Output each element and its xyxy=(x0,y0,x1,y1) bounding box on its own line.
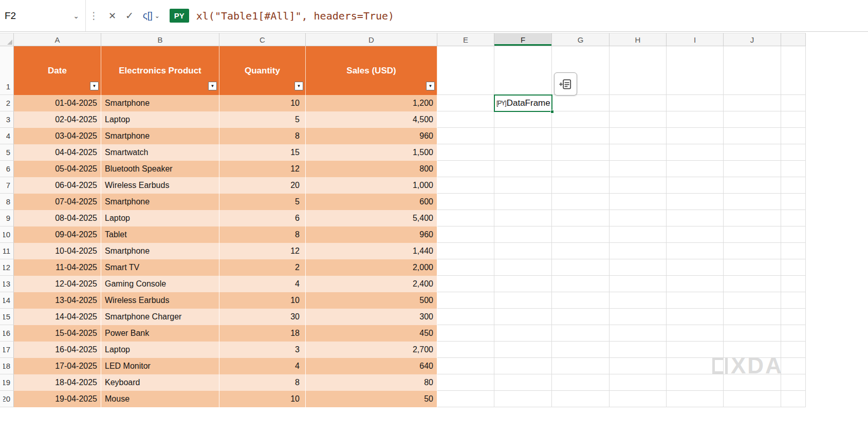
cell-G19[interactable] xyxy=(552,374,610,391)
cell-C18[interactable]: 4 xyxy=(219,358,306,374)
cell-C16[interactable]: 18 xyxy=(219,325,306,342)
cell-D13[interactable]: 2,400 xyxy=(306,276,437,292)
cell-B12[interactable]: Smart TV xyxy=(101,259,219,276)
cell-E13[interactable] xyxy=(437,276,494,292)
cell-J4[interactable] xyxy=(724,128,781,144)
cell-G12[interactable] xyxy=(552,259,610,276)
row-number-1[interactable]: 1 xyxy=(0,46,14,95)
cell-G8[interactable] xyxy=(552,194,610,210)
cell-F16[interactable] xyxy=(494,325,552,342)
cell-A10[interactable]: 09-04-2025 xyxy=(14,226,101,243)
row-number-13[interactable]: 13 xyxy=(0,276,14,292)
cell-J19[interactable] xyxy=(724,374,781,391)
cell-H5[interactable] xyxy=(610,144,667,161)
cell-C10[interactable]: 8 xyxy=(219,226,306,243)
cell-F5[interactable] xyxy=(494,144,552,161)
cell-K16[interactable] xyxy=(781,325,806,342)
cell-K7[interactable] xyxy=(781,177,806,194)
cell-I20[interactable] xyxy=(667,391,724,407)
cell-G9[interactable] xyxy=(552,210,610,226)
cell-D2[interactable]: 1,200 xyxy=(306,95,437,111)
cell-D16[interactable]: 450 xyxy=(306,325,437,342)
cell-B9[interactable]: Laptop xyxy=(101,210,219,226)
cell-H6[interactable] xyxy=(610,161,667,177)
row-number-8[interactable]: 8 xyxy=(0,194,14,210)
select-all-corner[interactable] xyxy=(0,33,14,46)
cell-G11[interactable] xyxy=(552,243,610,259)
cell-H17[interactable] xyxy=(610,342,667,358)
cell-I19[interactable] xyxy=(667,374,724,391)
cell-C12[interactable]: 2 xyxy=(219,259,306,276)
cell-F6[interactable] xyxy=(494,161,552,177)
column-header-A[interactable]: A xyxy=(14,33,101,46)
cell-C17[interactable]: 3 xyxy=(219,342,306,358)
cell-F13[interactable] xyxy=(494,276,552,292)
cell-B15[interactable]: Smartphone Charger xyxy=(101,309,219,325)
cell-D5[interactable]: 1,500 xyxy=(306,144,437,161)
cell-K3[interactable] xyxy=(781,111,806,128)
column-header-H[interactable]: H xyxy=(610,33,667,46)
cell-I16[interactable] xyxy=(667,325,724,342)
cell-F18[interactable] xyxy=(494,358,552,374)
cell-E5[interactable] xyxy=(437,144,494,161)
cell-C14[interactable]: 10 xyxy=(219,292,306,309)
cell-A9[interactable]: 08-04-2025 xyxy=(14,210,101,226)
cell-D10[interactable]: 960 xyxy=(306,226,437,243)
row-number-6[interactable]: 6 xyxy=(0,161,14,177)
row-number-9[interactable]: 9 xyxy=(0,210,14,226)
cell-G6[interactable] xyxy=(552,161,610,177)
cell-H2[interactable] xyxy=(610,95,667,111)
cell-K15[interactable] xyxy=(781,309,806,325)
cell-E14[interactable] xyxy=(437,292,494,309)
cell-D8[interactable]: 600 xyxy=(306,194,437,210)
cell-A12[interactable]: 11-04-2025 xyxy=(14,259,101,276)
cell-H8[interactable] xyxy=(610,194,667,210)
cell-A7[interactable]: 06-04-2025 xyxy=(14,177,101,194)
cell-H11[interactable] xyxy=(610,243,667,259)
cell-H3[interactable] xyxy=(610,111,667,128)
cell-A20[interactable]: 19-04-2025 xyxy=(14,391,101,407)
cell-G5[interactable] xyxy=(552,144,610,161)
formula-input[interactable]: xl("Table1[#All]", headers=True) xyxy=(189,0,868,31)
cell-H14[interactable] xyxy=(610,292,667,309)
chevron-down-icon[interactable]: ⌄ xyxy=(73,12,85,20)
row-number-20[interactable]: 20 xyxy=(0,391,14,407)
cell-C15[interactable]: 30 xyxy=(219,309,306,325)
cell-H13[interactable] xyxy=(610,276,667,292)
cell-K4[interactable] xyxy=(781,128,806,144)
cell-E11[interactable] xyxy=(437,243,494,259)
cell-H18[interactable] xyxy=(610,358,667,374)
cell-J10[interactable] xyxy=(724,226,781,243)
row-number-2[interactable]: 2 xyxy=(0,95,14,111)
cell-F14[interactable] xyxy=(494,292,552,309)
cell-I10[interactable] xyxy=(667,226,724,243)
cell-K1[interactable] xyxy=(781,46,806,95)
column-header-G[interactable]: G xyxy=(552,33,610,46)
cell-D19[interactable]: 80 xyxy=(306,374,437,391)
cell-F20[interactable] xyxy=(494,391,552,407)
cell-J9[interactable] xyxy=(724,210,781,226)
cell-C8[interactable]: 5 xyxy=(219,194,306,210)
cell-F1[interactable] xyxy=(494,46,552,95)
cell-J16[interactable] xyxy=(724,325,781,342)
python-function-button[interactable]: ς[] ⌄ xyxy=(138,10,164,21)
cell-G4[interactable] xyxy=(552,128,610,144)
cell-A4[interactable]: 03-04-2025 xyxy=(14,128,101,144)
cell-J7[interactable] xyxy=(724,177,781,194)
cell-H15[interactable] xyxy=(610,309,667,325)
cell-D11[interactable]: 1,440 xyxy=(306,243,437,259)
cell-I7[interactable] xyxy=(667,177,724,194)
cell-H19[interactable] xyxy=(610,374,667,391)
cell-C7[interactable]: 20 xyxy=(219,177,306,194)
column-header-B[interactable]: B xyxy=(101,33,219,46)
filter-button[interactable]: ▼ xyxy=(208,82,217,90)
cell-K10[interactable] xyxy=(781,226,806,243)
cell-K20[interactable] xyxy=(781,391,806,407)
cell-K13[interactable] xyxy=(781,276,806,292)
cell-J12[interactable] xyxy=(724,259,781,276)
row-number-19[interactable]: 19 xyxy=(0,374,14,391)
cell-E12[interactable] xyxy=(437,259,494,276)
cell-A16[interactable]: 15-04-2025 xyxy=(14,325,101,342)
cell-A15[interactable]: 14-04-2025 xyxy=(14,309,101,325)
cell-K8[interactable] xyxy=(781,194,806,210)
